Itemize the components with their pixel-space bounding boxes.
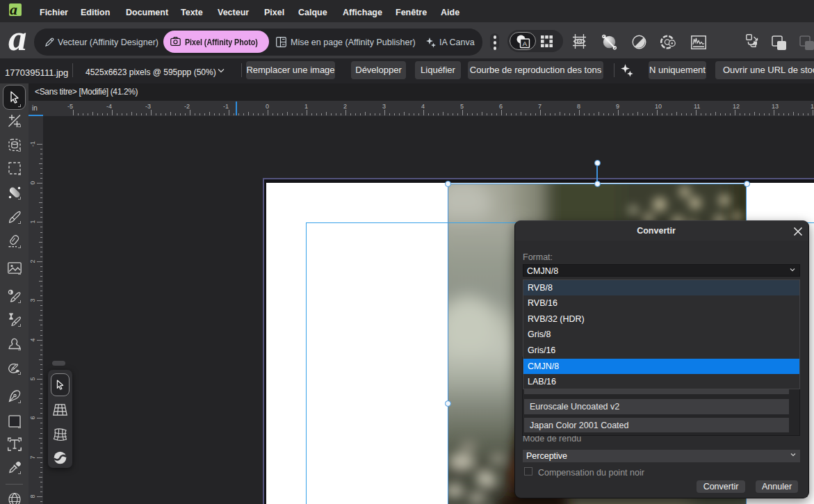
svg-text:A: A <box>523 40 528 47</box>
